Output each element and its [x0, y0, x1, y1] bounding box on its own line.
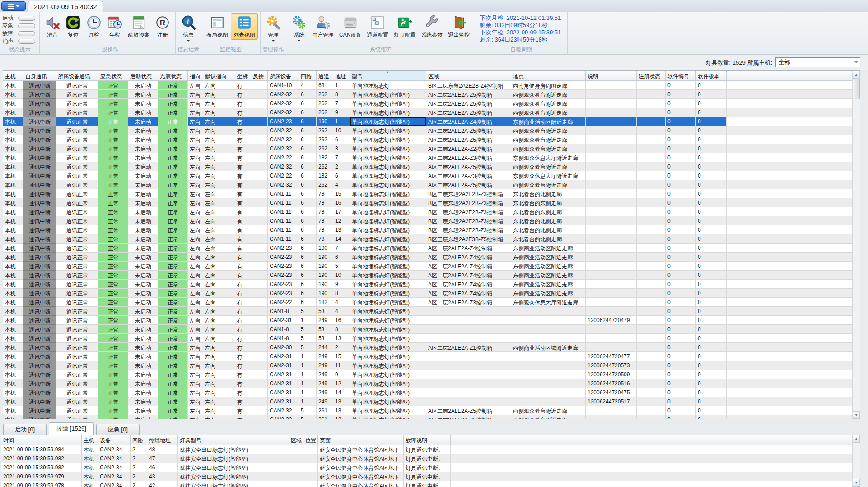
column-header[interactable]: 终端地址: [147, 435, 178, 445]
column-header[interactable]: 页面: [318, 435, 404, 445]
tab-1[interactable]: 故障 [1529]: [49, 422, 94, 435]
column-header[interactable]: 回路: [299, 71, 317, 81]
table-row[interactable]: 本机通讯中断通讯正常正常未启动正常左向左向有CAN2-31124915单向地埋标…: [3, 352, 853, 361]
column-header[interactable]: 主机: [82, 435, 98, 445]
column-header[interactable]: 地点: [511, 71, 586, 81]
exit-monitor-button[interactable]: 退出监控: [445, 13, 472, 40]
column-header[interactable]: 默认指向: [203, 71, 235, 81]
column-header[interactable]: 应急状态: [98, 71, 128, 81]
table-row[interactable]: 本机通讯中断通讯正常正常未启动正常左向左向有CAN2-32526113单向地埋标…: [3, 406, 853, 415]
register-button[interactable]: R注册: [152, 13, 173, 40]
app-menu-button[interactable]: [1, 1, 26, 11]
column-header[interactable]: 灯具型号: [178, 435, 289, 445]
column-header[interactable]: 时间: [1, 435, 82, 445]
table-row[interactable]: 本机通讯中断通讯正常正常未启动正常左向左向有CAN1-855313单向地埋标志灯…: [3, 334, 853, 343]
column-header[interactable]: 光源状态: [158, 71, 188, 81]
scroll-down-icon[interactable]: ▼: [853, 479, 860, 487]
column-header[interactable]: 地址: [333, 71, 350, 81]
column-header[interactable]: 说明: [586, 71, 637, 81]
table-row[interactable]: 本机通讯中断通讯正常正常未启动正常左向左向有CAN2-32626210单向地埋标…: [3, 126, 853, 135]
monthly-check-button[interactable]: 月检: [84, 13, 104, 40]
table-row[interactable]: 本机通讯中断通讯正常正常未启动正常左向左向有CAN2-3262624单向地埋标志…: [3, 180, 853, 189]
tab-2[interactable]: 应急 [0]: [96, 424, 140, 435]
reset-button[interactable]: 复位: [63, 13, 84, 40]
main-table-scrollbar[interactable]: ▲ ▼: [852, 71, 860, 419]
table-row[interactable]: 本机通讯中断通讯正常正常未启动正常左向左向有CAN2-31124912单向地埋标…: [3, 379, 853, 388]
user-manage-button[interactable]: 用户管理: [309, 13, 336, 40]
column-header[interactable]: 反接: [251, 71, 268, 81]
column-header[interactable]: 通道: [317, 71, 333, 81]
table-row[interactable]: 本机通讯中断通讯正常正常未启动正常左向左向有CAN2-2361906单向地埋标志…: [3, 253, 853, 262]
table-row[interactable]: 本机通讯中断通讯正常正常未启动正常左向左向有CAN2-32526112单向地埋标…: [3, 415, 853, 419]
column-header[interactable]: 区域: [426, 71, 511, 81]
table-row[interactable]: 本机通讯中断通讯正常正常未启动正常左向左向有CAN1-1167814单向地埋标志…: [3, 234, 853, 244]
column-header[interactable]: 自身通讯: [23, 71, 56, 81]
can-device-button[interactable]: CAN设备: [336, 13, 364, 40]
table-row[interactable]: 本机通讯中断通讯正常正常未启动正常左向左向有CAN2-2261827单向地埋标志…: [3, 153, 853, 162]
table-row[interactable]: 本机通讯中断通讯正常正常未启动正常左向左向有CAN2-3112499单向地埋标志…: [3, 370, 853, 379]
table-row[interactable]: 本机通讯中断通讯正常正常未启动正常左向左向有CAN2-3262629单向地埋标志…: [3, 108, 853, 117]
fault-row[interactable]: 2021-09-09 15:39:59.978本机CAN2-34242壁挂安全出…: [1, 481, 853, 487]
table-row[interactable]: 本机通讯中断通讯正常正常未启动正常左向左向有CAN2-3052442单向地埋标志…: [3, 343, 853, 352]
table-row[interactable]: 本机通讯中断通讯正常正常未启动正常左向左向有CAN2-23619010单向地埋标…: [3, 271, 853, 280]
table-row[interactable]: 本机通讯中断通讯正常正常未启动正常左向左向有CAN2-2361905单向地埋标志…: [3, 262, 853, 271]
column-header[interactable]: 位置: [303, 435, 318, 445]
scroll-up-icon[interactable]: ▲: [853, 71, 860, 79]
table-row[interactable]: 本机通讯中断通讯正常正常未启动正常左向左向有CAN1-85538单向地埋标志灯(…: [3, 325, 853, 334]
table-row[interactable]: 本机通讯中断通讯正常正常未启动正常左向左向有CAN1-104681单向地埋标志灯…: [3, 81, 853, 90]
column-header[interactable]: 故障说明: [404, 435, 451, 445]
column-header[interactable]: 启动状态: [128, 71, 158, 81]
mute-button[interactable]: 消音: [42, 13, 63, 40]
column-header[interactable]: 所属设备通讯: [56, 71, 98, 81]
table-row[interactable]: 本机通讯中断通讯正常正常未启动正常左向左向有CAN1-1167813单向地埋标志…: [3, 225, 853, 234]
system-button[interactable]: 系统: [289, 13, 309, 44]
tab-0[interactable]: 启动 [0]: [3, 424, 47, 435]
table-row[interactable]: 本机通讯中断通讯正常正常未启动正常左向左向有CAN1-1167812单向地埋标志…: [3, 216, 853, 225]
channel-config-button[interactable]: 通道配置: [364, 13, 391, 40]
column-header[interactable]: 坐标: [235, 71, 251, 81]
table-row[interactable]: 本机通讯中断通讯正常正常未启动正常左向左向有CAN2-2361909单向地埋标志…: [3, 280, 853, 289]
table-row[interactable]: 本机通讯中断通讯正常正常未启动正常左向左向有CAN2-2361907单向地埋标志…: [3, 244, 853, 253]
fault-row[interactable]: 2021-09-09 15:39:59.982本机CAN2-34246壁挂安全出…: [1, 463, 853, 472]
scroll-down-icon[interactable]: ▼: [853, 411, 860, 419]
table-row[interactable]: 本机通讯中断通讯正常正常未启动正常左向左向有CAN2-3262622单向地埋标志…: [3, 162, 853, 171]
host-select[interactable]: 全部: [775, 57, 860, 67]
column-header[interactable]: 主机: [3, 71, 23, 81]
table-row[interactable]: 本机通讯中断通讯正常正常未启动正常左向左向有CAN2-2261824单向地埋标志…: [3, 298, 853, 307]
column-header[interactable]: 注册状态: [637, 71, 666, 81]
table-row[interactable]: 本机通讯中断通讯正常正常未启动正常左向左向有CAN2-2261826单向地埋标志…: [3, 171, 853, 180]
table-row[interactable]: 本机通讯中断通讯正常正常未启动正常左向左向有CAN1-1167817单向地埋标志…: [3, 207, 853, 216]
layout-view-button[interactable]: 布局视图: [204, 13, 231, 40]
list-view-button[interactable]: 列表视图: [231, 13, 258, 40]
column-header[interactable]: 软件版本: [696, 71, 727, 81]
scroll-thumb[interactable]: [853, 79, 860, 99]
table-row[interactable]: 本机通讯中断通讯正常正常未启动正常左向左向有CAN1-1167815单向地埋标志…: [3, 189, 853, 198]
column-header[interactable]: 回路: [131, 435, 147, 445]
manage-button[interactable]: 管理: [263, 13, 284, 44]
lamp-config-button[interactable]: 灯具配置: [391, 13, 418, 40]
fault-row[interactable]: 2021-09-09 15:39:59.979本机CAN2-34243壁挂安全出…: [1, 472, 853, 481]
info-button[interactable]: i信息: [178, 13, 199, 44]
system-params-button[interactable]: 系统参数: [418, 13, 445, 40]
table-row[interactable]: 本机通讯中断通讯正常正常未启动正常左向左向有CAN2-3262626单向地埋标志…: [3, 135, 853, 144]
column-header[interactable]: 型号▲: [350, 71, 426, 81]
column-header[interactable]: 软件编号: [666, 71, 696, 81]
column-header[interactable]: 指向: [188, 71, 203, 81]
table-row[interactable]: 本机通讯中断通讯正常正常未启动正常左向左向有CAN2-3262628单向地埋标志…: [3, 90, 853, 99]
table-row[interactable]: 本机通讯中断通讯正常正常未启动正常左向左向有CAN2-31124911单向地埋标…: [3, 361, 853, 370]
evacuation-plan-button[interactable]: 疏散预案: [125, 13, 152, 40]
column-header[interactable]: 区域: [289, 435, 303, 445]
fault-row[interactable]: 2021-09-09 15:39:59.982本机CAN2-34247壁挂安全出…: [1, 454, 853, 463]
table-row[interactable]: 本机通讯中断通讯正常正常未启动正常左向左向有CAN2-2361908单向地埋标志…: [3, 289, 853, 298]
scroll-up-icon[interactable]: ▲: [853, 435, 860, 443]
table-row[interactable]: 本机通讯中断通讯正常正常未启动正常左向左向有CAN2-2361901单向地埋标志…: [3, 117, 853, 126]
table-row[interactable]: 本机通讯中断通讯正常正常未启动正常左向左向有CAN2-31124914单向地埋标…: [3, 388, 853, 397]
table-row[interactable]: 本机通讯中断通讯正常正常未启动正常左向左向有CAN2-3262627单向地埋标志…: [3, 99, 853, 108]
table-row[interactable]: 本机通讯中断通讯正常正常未启动正常左向左向有CAN1-85534单向地埋标志灯(…: [3, 307, 853, 316]
column-header[interactable]: 所属设备: [268, 71, 299, 81]
table-row[interactable]: 本机通讯中断通讯正常正常未启动正常左向左向有CAN2-31124916单向地埋标…: [3, 316, 853, 325]
timestamp-tab[interactable]: 2021-09-09 15:40:32: [28, 1, 103, 12]
column-header[interactable]: 设备: [98, 435, 131, 445]
table-row[interactable]: 本机通讯中断通讯正常正常未启动正常左向左向有CAN1-1167816单向地埋标志…: [3, 198, 853, 207]
table-row[interactable]: 本机通讯中断通讯正常正常未启动正常左向左向有CAN2-3262623单向地埋标志…: [3, 144, 853, 153]
